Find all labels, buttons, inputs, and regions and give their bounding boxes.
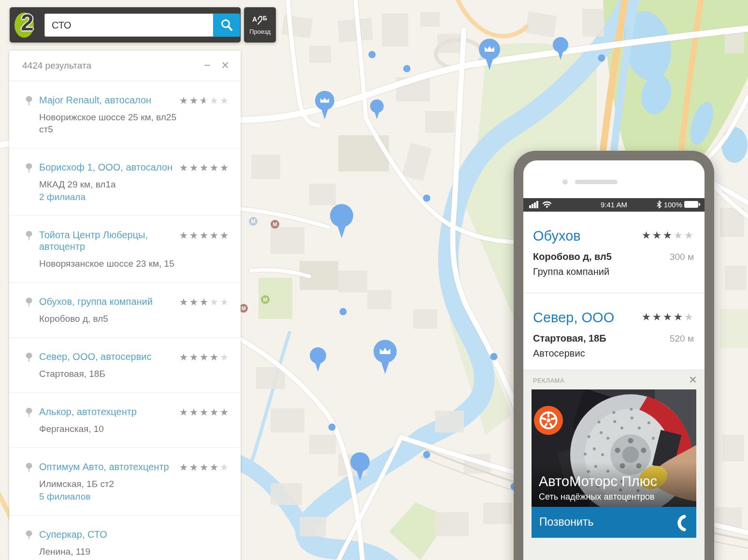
svg-text:Б: Б [263,15,267,22]
metro-station-icon[interactable]: М [249,217,258,226]
result-item[interactable]: Обухов, группа компанийКоробово д, вл5★★… [9,283,241,338]
result-item[interactable]: Тойота Центр Люберцы, автоцентрНоворязан… [9,216,241,283]
metro-station-icon[interactable]: М [271,220,279,229]
phone-result-item[interactable]: Север, ООО★★★★★★★★★★Стартовая, 18Б520 мА… [523,293,705,375]
result-rating: ★★★★★★★★★★ [179,297,230,307]
pin-icon [26,96,32,106]
map-dot[interactable] [490,353,498,360]
phone-result-rating: ★★★★★★★★★★ [642,312,695,322]
results-panel: 4424 результата − × Major Renault, автос… [9,51,241,560]
logo-digit: 2 [21,9,34,36]
svg-text:М: М [263,297,267,302]
result-title-link[interactable]: Major Renault, автосалон [39,94,183,106]
result-title-link[interactable]: Обухов, группа компаний [39,296,183,307]
close-icon[interactable]: × [221,51,229,81]
metro-station-icon[interactable]: М [261,295,270,304]
phone-handset-icon [671,514,688,532]
rating-stars: ★★★★★★★★★★ [179,164,230,172]
map-dot[interactable] [423,195,431,202]
ad-title: АвтоМоторс Плюс [539,473,657,489]
result-address: Ленина, 119 [39,546,183,558]
transit-button[interactable]: А Б Проезд [244,7,276,43]
ad-call-button[interactable]: Позвонить [532,507,696,538]
ad-section: РЕКЛАМА × [523,370,705,560]
map-dot[interactable] [423,451,431,459]
result-address: Ферганская, 10 [39,423,183,435]
result-item[interactable]: Алькор, автотехцентрФерганская, 10★★★★★★… [9,393,241,448]
phone-result-category: Группа компаний [533,266,694,293]
result-title-link[interactable]: Тойота Центр Люберцы, автоцентр [39,229,183,252]
ad-label: РЕКЛАМА [533,377,564,384]
transit-button-label: Проезд [249,28,271,35]
phone-screen: 9:41 AM 100% Обухов★★★★★★★★★★Коробово д,… [523,160,705,560]
result-address: Новорижское шоссе 25 км, вл25 ст5 [39,111,183,135]
result-address: Новорязанское шоссе 23 км, 15 [39,258,183,270]
ad-text-block: АвтоМоторс Плюс Сеть надёжных автоцентро… [539,473,657,502]
search-button[interactable] [213,14,240,37]
rating-stars: ★★★★★★★★★★ [179,232,230,240]
result-branches-link[interactable]: 5 филиалов [39,490,183,503]
results-list: Major Renault, автосалонНоворижское шосс… [9,81,241,560]
app-logo[interactable]: 2 [14,11,39,39]
result-title-link[interactable]: Борисхоф 1, ООО, автосалон [39,161,183,173]
ad-card[interactable]: АвтоМоторс Плюс Сеть надёжных автоцентро… [532,389,696,538]
search-bar: 2 [10,7,241,43]
phone-result-address: Коробово д, вл5 [533,251,612,262]
bluetooth-icon [656,200,662,209]
result-item[interactable]: Оптимум Авто, автотехцентрИлимская, 1Б с… [9,448,241,516]
phone-result-distance: 520 м [670,333,694,344]
pin-icon [26,231,32,241]
phone-speaker [575,180,618,184]
result-rating: ★★★★★★★★★★ [179,462,230,473]
map-dot[interactable] [598,55,605,62]
pin-icon [26,298,32,307]
pin-icon [26,408,32,417]
result-item[interactable]: Север, ООО, автосервисСтартовая, 18Б★★★★… [9,338,241,393]
result-branches-link[interactable]: 2 филиала [39,191,183,203]
result-address: Стартовая, 18Б [39,368,183,380]
result-item[interactable]: Major Renault, автосалонНоворижское шосс… [9,81,241,148]
svg-text:М: М [251,218,255,224]
map-dot[interactable] [340,308,347,316]
map-dot[interactable] [329,424,336,431]
result-item[interactable]: Суперкар, СТОЛенина, 119 [9,516,241,560]
map-dot[interactable] [403,65,411,72]
pin-icon [26,531,32,540]
pin-icon [26,353,32,362]
rating-stars: ★★★★★★★★★★ [179,299,230,307]
result-address: Коробово д, вл5 [39,313,183,325]
phone-result-address: Стартовая, 18Б [533,333,606,344]
results-count: 4424 результата [22,51,91,81]
rating-stars: ★★★★★★★★★★ [179,409,230,417]
result-rating: ★★★★★★★★★★ [179,95,230,106]
phone-result-distance: 300 м [670,252,694,262]
phone-result-item[interactable]: Обухов★★★★★★★★★★Коробово д, вл5300 мГруп… [523,212,705,293]
pin-icon [26,463,32,473]
svg-text:М: М [273,221,277,227]
route-ab-icon: А Б [252,14,268,27]
result-title-link[interactable]: Север, ООО, автосервис [39,351,183,362]
rating-stars: ★★★★★★★★★★ [179,354,230,362]
phone-results-list: Обухов★★★★★★★★★★Коробово д, вл5300 мГруп… [523,212,705,375]
result-rating: ★★★★★★★★★★ [179,230,230,241]
result-title-link[interactable]: Алькор, автотехцентр [39,406,183,417]
search-icon [220,18,233,32]
result-address: МКАД 29 км, вл1а [39,178,183,190]
result-item[interactable]: Борисхоф 1, ООО, автосалонМКАД 29 км, вл… [9,148,241,216]
result-rating: ★★★★★★★★★★ [179,162,230,173]
ad-close-icon[interactable]: × [689,372,697,388]
search-input[interactable] [44,14,220,37]
pin-icon [26,163,32,173]
result-title-link[interactable]: Оптимум Авто, автотехцентр [39,461,183,473]
svg-text:М: М [241,305,245,311]
results-panel-header: 4424 результата − × [9,51,241,81]
map-dot[interactable] [369,51,376,58]
minimize-icon[interactable]: − [204,51,211,81]
result-address: Илимская, 1Б ст2 [39,478,183,490]
phone-result-rating: ★★★★★★★★★★ [642,230,695,241]
ad-call-label: Позвонить [539,516,593,529]
phone-mockup: 9:41 AM 100% Обухов★★★★★★★★★★Коробово д,… [514,151,714,560]
rating-stars: ★★★★★★★★★★ [642,314,695,322]
result-title-link[interactable]: Суперкар, СТО [39,529,183,540]
rating-stars: ★★★★★★★★★★ [179,97,230,105]
